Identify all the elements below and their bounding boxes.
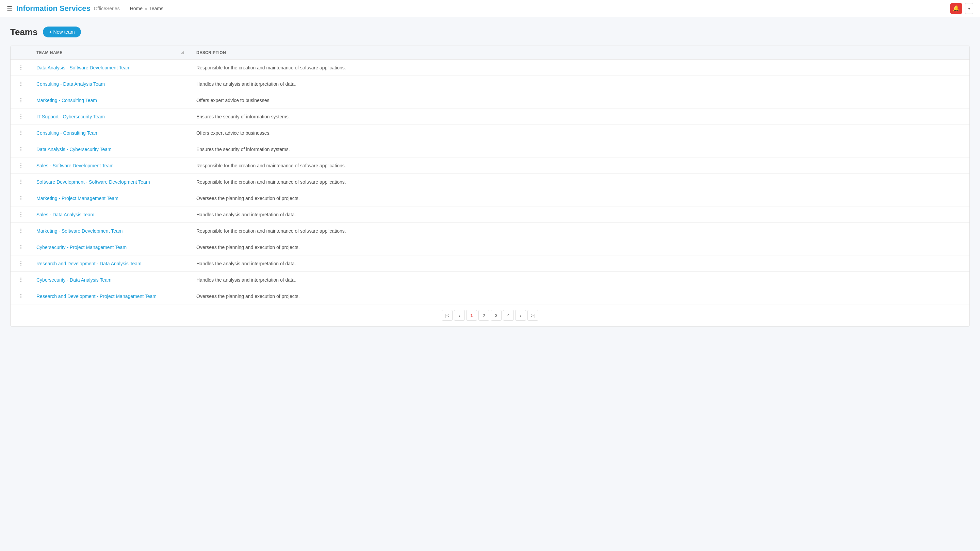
team-name-link[interactable]: Research and Development - Data Analysis… — [37, 261, 142, 266]
row-menu-button[interactable] — [16, 243, 25, 251]
row-description-text: Responsible for the creation and mainten… — [196, 163, 346, 168]
breadcrumb-home[interactable]: Home — [130, 6, 143, 11]
row-menu-button[interactable] — [16, 260, 25, 267]
header-dropdown-button[interactable]: ▾ — [965, 3, 973, 14]
pagination-page-4[interactable]: 4 — [503, 310, 514, 321]
row-description-text: Handles the analysis and interpretation … — [196, 277, 296, 283]
pagination-next-button[interactable]: › — [515, 310, 526, 321]
pagination-page-1[interactable]: 1 — [466, 310, 477, 321]
notification-button[interactable]: 🔔 — [950, 3, 962, 14]
row-team-name-cell: Cybersecurity - Data Analysis Team — [31, 272, 191, 288]
row-description-cell: Handles the analysis and interpretation … — [191, 256, 969, 272]
pagination-page-2[interactable]: 2 — [479, 310, 489, 321]
row-team-name-cell: Sales - Data Analysis Team — [31, 206, 191, 223]
app-name: Information Services — [16, 4, 91, 13]
filter-icon[interactable]: ⊿ — [181, 50, 185, 55]
pagination-page-3[interactable]: 3 — [491, 310, 501, 321]
col-header-team-name: TEAM NAME — [31, 46, 181, 60]
row-description-cell: Ensures the security of information syst… — [191, 108, 969, 125]
team-name-link[interactable]: Research and Development - Project Manag… — [37, 294, 156, 299]
team-name-link[interactable]: Consulting - Data Analysis Team — [37, 81, 105, 87]
pagination: |< ‹ 1 2 3 4 › >| — [11, 304, 969, 326]
row-description-cell: Oversees the planning and execution of p… — [191, 239, 969, 256]
header-actions: 🔔 ▾ — [950, 3, 973, 14]
row-menu-button[interactable] — [16, 64, 25, 71]
row-team-name-cell: Data Analysis - Software Development Tea… — [31, 60, 191, 76]
row-actions-cell — [11, 60, 31, 76]
teams-table-container: TEAM NAME ⊿ DESCRIPTION Data Analysis - … — [10, 46, 970, 327]
row-menu-button[interactable] — [16, 113, 25, 120]
row-actions-cell — [11, 190, 31, 206]
new-team-button[interactable]: + New team — [43, 27, 81, 37]
team-name-link[interactable]: Data Analysis - Cybersecurity Team — [37, 147, 111, 152]
row-team-name-cell: Research and Development - Project Manag… — [31, 288, 191, 305]
team-name-link[interactable]: Data Analysis - Software Development Tea… — [37, 65, 130, 70]
row-description-text: Oversees the planning and execution of p… — [196, 195, 300, 201]
pagination-last-button[interactable]: >| — [527, 310, 538, 321]
breadcrumb-nav: Home » Teams — [130, 6, 163, 11]
row-team-name-cell: Cybersecurity - Project Management Team — [31, 239, 191, 256]
table-body: Data Analysis - Software Development Tea… — [11, 60, 969, 305]
team-name-link[interactable]: Cybersecurity - Data Analysis Team — [37, 277, 111, 283]
table-row: Marketing - Consulting Team Offers exper… — [11, 92, 969, 108]
row-actions-cell — [11, 206, 31, 223]
row-menu-button[interactable] — [16, 195, 25, 202]
table-header: TEAM NAME ⊿ DESCRIPTION — [11, 46, 969, 60]
team-name-link[interactable]: Consulting - Consulting Team — [37, 130, 99, 136]
team-name-link[interactable]: Marketing - Consulting Team — [37, 98, 97, 103]
row-menu-button[interactable] — [16, 129, 25, 137]
row-description-cell: Ensures the security of information syst… — [191, 141, 969, 157]
table-row: Data Analysis - Software Development Tea… — [11, 60, 969, 76]
pagination-first-button[interactable]: |< — [442, 310, 453, 321]
row-actions-cell — [11, 108, 31, 125]
table-row: Consulting - Data Analysis Team Handles … — [11, 76, 969, 92]
breadcrumb-current: Teams — [150, 6, 163, 11]
app-subtitle: OfficeSeries — [94, 6, 120, 11]
table-row: Sales - Software Development Team Respon… — [11, 157, 969, 174]
row-description-cell: Handles the analysis and interpretation … — [191, 206, 969, 223]
row-actions-cell — [11, 174, 31, 190]
row-menu-button[interactable] — [16, 162, 25, 169]
team-name-link[interactable]: Software Development - Software Developm… — [37, 179, 150, 185]
team-name-link[interactable]: Marketing - Project Management Team — [37, 195, 118, 201]
row-actions-cell — [11, 76, 31, 92]
row-menu-button[interactable] — [16, 146, 25, 153]
row-description-cell: Offers expert advice to businesses. — [191, 125, 969, 141]
team-name-link[interactable]: Sales - Data Analysis Team — [37, 212, 94, 218]
team-name-link[interactable]: Marketing - Software Development Team — [37, 228, 123, 233]
row-actions-cell — [11, 141, 31, 157]
hamburger-menu-icon[interactable]: ☰ — [7, 5, 12, 12]
row-description-cell: Offers expert advice to businesses. — [191, 92, 969, 108]
col-header-actions — [11, 46, 31, 60]
row-menu-button[interactable] — [16, 227, 25, 234]
row-description-text: Responsible for the creation and mainten… — [196, 179, 346, 185]
pagination-prev-button[interactable]: ‹ — [454, 310, 465, 321]
row-menu-button[interactable] — [16, 292, 25, 300]
row-menu-button[interactable] — [16, 276, 25, 283]
row-menu-button[interactable] — [16, 97, 25, 104]
row-team-name-cell: Sales - Software Development Team — [31, 157, 191, 174]
row-menu-button[interactable] — [16, 80, 25, 87]
teams-table: TEAM NAME ⊿ DESCRIPTION Data Analysis - … — [11, 46, 969, 304]
row-team-name-cell: Consulting - Consulting Team — [31, 125, 191, 141]
row-description-cell: Oversees the planning and execution of p… — [191, 288, 969, 305]
row-description-text: Ensures the security of information syst… — [196, 147, 290, 152]
header: ☰ Information Services OfficeSeries Home… — [0, 0, 980, 17]
table-row: Research and Development - Data Analysis… — [11, 256, 969, 272]
row-menu-button[interactable] — [16, 211, 25, 218]
row-description-cell: Responsible for the creation and mainten… — [191, 60, 969, 76]
page-content: Teams + New team TEAM NAME ⊿ DESCRIPTION — [0, 17, 980, 336]
row-description-text: Responsible for the creation and mainten… — [196, 65, 346, 70]
team-name-link[interactable]: Cybersecurity - Project Management Team — [37, 245, 127, 250]
table-row: Consulting - Consulting Team Offers expe… — [11, 125, 969, 141]
row-team-name-cell: Marketing - Consulting Team — [31, 92, 191, 108]
team-name-link[interactable]: Sales - Software Development Team — [37, 163, 114, 168]
team-name-link[interactable]: IT Support - Cybersecurity Team — [37, 114, 105, 119]
row-description-cell: Responsible for the creation and mainten… — [191, 157, 969, 174]
table-row: Data Analysis - Cybersecurity Team Ensur… — [11, 141, 969, 157]
row-description-cell: Handles the analysis and interpretation … — [191, 76, 969, 92]
row-team-name-cell: Marketing - Project Management Team — [31, 190, 191, 206]
col-header-filter: ⊿ — [181, 46, 191, 60]
row-menu-button[interactable] — [16, 178, 25, 185]
row-description-cell: Responsible for the creation and mainten… — [191, 223, 969, 239]
